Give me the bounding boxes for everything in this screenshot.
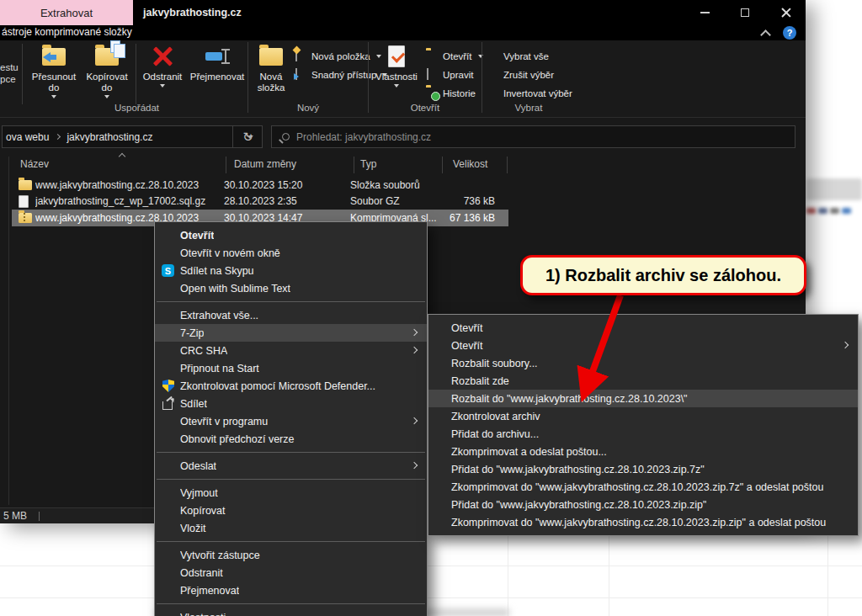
menu-item-icon bbox=[162, 433, 175, 446]
menu-item[interactable]: Otevřít bbox=[428, 319, 858, 337]
column-header-name[interactable]: Název bbox=[20, 158, 49, 170]
menu-item[interactable]: Vlastnosti bbox=[155, 608, 427, 616]
search-box[interactable] bbox=[271, 125, 795, 148]
background-grid-line bbox=[0, 566, 862, 566]
properties-icon bbox=[382, 44, 411, 69]
minimize-button[interactable] bbox=[685, 0, 724, 24]
menu-item[interactable]: Zkontrolovat pomocí Microsoft Defender..… bbox=[155, 377, 427, 395]
copy-to-button[interactable]: Kopírovat do bbox=[81, 44, 133, 103]
menu-item-label: Odstranit bbox=[180, 567, 223, 579]
search-input[interactable] bbox=[296, 131, 795, 143]
close-button[interactable] bbox=[766, 0, 805, 24]
menu-item[interactable]: CRC SHA bbox=[155, 342, 427, 359]
easy-access-icon bbox=[295, 69, 307, 82]
properties-button[interactable]: Vlastnosti bbox=[370, 44, 423, 103]
rename-button[interactable]: Přejmenovat bbox=[189, 44, 246, 103]
menu-item[interactable]: Rozbalit do "www.jakvybrathosting.cz.28.… bbox=[428, 390, 858, 407]
menu-item[interactable]: Zkomprimovat do "www.jakvybrathosting.cz… bbox=[428, 513, 858, 531]
column-separator[interactable] bbox=[442, 157, 443, 173]
menu-item[interactable]: Otevřít v programu bbox=[155, 412, 427, 430]
tab-extrahovat[interactable]: Extrahovat bbox=[0, 0, 133, 25]
move-to-button[interactable]: Přesunout do bbox=[28, 44, 80, 103]
menu-item[interactable]: Rozbalit soubory... bbox=[428, 354, 858, 372]
menu-item[interactable]: Vytvořit zástupce bbox=[155, 546, 427, 564]
refresh-icon: ↻ bbox=[242, 130, 253, 145]
maximize-button[interactable] bbox=[726, 0, 764, 24]
menu-item[interactable]: Odeslat bbox=[155, 457, 427, 475]
breadcrumb-segment[interactable]: jakvybrathosting.cz bbox=[63, 131, 156, 143]
menu-item-label: Zkomprimovat do "www.jakvybrathosting.cz… bbox=[451, 517, 826, 528]
menu-item-label: Sdílet bbox=[180, 398, 207, 410]
window-title: jakvybrathosting.cz bbox=[143, 0, 242, 25]
new-folder-button[interactable]: Nová složka bbox=[250, 44, 292, 103]
menu-item[interactable]: Přidat do "www.jakvybrathosting.cz.28.10… bbox=[428, 460, 858, 478]
menu-item[interactable]: Zkomprimovat a odeslat poštou... bbox=[428, 443, 858, 460]
menu-item[interactable]: 7-Zip bbox=[155, 324, 427, 342]
menu-item[interactable]: Sdílet na Skypu bbox=[155, 262, 427, 279]
menu-item[interactable]: Otevřít bbox=[428, 337, 858, 354]
help-button[interactable]: ? bbox=[783, 26, 796, 40]
breadcrumb-segment[interactable]: ova webu bbox=[3, 131, 52, 143]
collapse-ribbon-icon[interactable] bbox=[762, 29, 769, 36]
menu-separator bbox=[157, 541, 425, 542]
column-header-size[interactable]: Velikost bbox=[453, 158, 487, 170]
select-none-icon bbox=[487, 69, 499, 82]
maximize-icon bbox=[741, 8, 749, 17]
menu-item-icon bbox=[435, 392, 449, 406]
menu-item[interactable]: Vložit bbox=[155, 519, 427, 537]
menu-item[interactable]: Sdílet bbox=[155, 395, 427, 412]
open-button[interactable]: Otevřít bbox=[426, 49, 483, 64]
menu-item[interactable]: Přidat do "www.jakvybrathosting.cz.28.10… bbox=[428, 496, 858, 513]
blurred-background-text bbox=[818, 208, 827, 214]
menu-item[interactable]: Přejmenovat bbox=[155, 581, 427, 599]
menu-item[interactable]: Extrahovat vše... bbox=[155, 306, 427, 324]
dropdown-caret-icon bbox=[104, 95, 109, 98]
select-all-button[interactable]: Vybrat vše bbox=[487, 49, 549, 64]
column-header-type[interactable]: Typ bbox=[360, 158, 376, 170]
menu-item-label: Zkontrolovat archiv bbox=[451, 411, 540, 422]
file-row[interactable]: jakvybrathosting_cz_wp_17002.sql.gz 28.1… bbox=[12, 194, 508, 210]
history-button[interactable]: Historie bbox=[426, 86, 476, 101]
menu-item-icon bbox=[162, 362, 175, 375]
file-row[interactable]: www.jakvybrathosting.cz.28.10.2023 30.10… bbox=[12, 177, 508, 194]
column-separator[interactable] bbox=[226, 157, 226, 173]
ribbon-group-separator bbox=[482, 42, 482, 113]
submenu-arrow-icon bbox=[411, 329, 418, 336]
blurred-background-text bbox=[830, 208, 839, 214]
menu-item[interactable]: Připnout na Start bbox=[155, 359, 427, 377]
close-icon bbox=[780, 7, 791, 18]
ribbon-tab-row: ástroje komprimované složky ? bbox=[0, 25, 806, 40]
refresh-button[interactable]: ↻ bbox=[232, 125, 263, 148]
column-header-date[interactable]: Datum změny bbox=[234, 158, 296, 170]
menu-item[interactable]: Otevřít bbox=[155, 226, 427, 244]
file-list: www.jakvybrathosting.cz.28.10.2023 30.10… bbox=[12, 177, 508, 226]
menu-item[interactable]: Zkomprimovat do "www.jakvybrathosting.cz… bbox=[428, 478, 858, 496]
column-separator[interactable] bbox=[507, 157, 508, 173]
select-none-button[interactable]: Zrušit výběr bbox=[487, 67, 554, 82]
menu-item[interactable]: Přidat do archivu... bbox=[428, 425, 858, 443]
submenu-arrow-icon bbox=[411, 462, 418, 469]
edit-button[interactable]: Upravit bbox=[426, 67, 473, 82]
history-icon bbox=[426, 88, 439, 100]
address-bar[interactable]: ova webu jakvybrathosting.cz bbox=[2, 125, 263, 148]
menu-item[interactable]: Odstranit bbox=[155, 564, 427, 581]
skype-icon bbox=[162, 264, 174, 277]
invert-selection-button[interactable]: Invertovat výběr bbox=[487, 86, 572, 101]
edit-icon bbox=[426, 69, 439, 82]
menu-item[interactable]: Open with Sublime Text bbox=[155, 279, 427, 297]
menu-item-icon bbox=[162, 327, 175, 340]
column-separator[interactable] bbox=[354, 157, 354, 173]
menu-item[interactable]: Rozbalit zde bbox=[428, 372, 858, 390]
delete-button[interactable]: Odstranit bbox=[138, 44, 187, 103]
menu-item-label: Přejmenovat bbox=[180, 585, 239, 597]
menu-item[interactable]: Zkontrolovat archiv bbox=[428, 407, 858, 425]
open-folder-icon bbox=[426, 50, 439, 63]
status-divider bbox=[39, 512, 40, 521]
background-grid-line bbox=[0, 597, 862, 598]
menu-item[interactable]: Otevřít v novém okně bbox=[155, 244, 427, 262]
menu-item[interactable]: Kopírovat bbox=[155, 502, 427, 519]
menu-item-label: Přidat do "www.jakvybrathosting.cz.28.10… bbox=[451, 499, 706, 511]
menu-item[interactable]: Obnovit předchozí verze bbox=[155, 430, 427, 448]
select-all-icon bbox=[487, 50, 499, 63]
menu-item[interactable]: Vyjmout bbox=[155, 484, 427, 502]
